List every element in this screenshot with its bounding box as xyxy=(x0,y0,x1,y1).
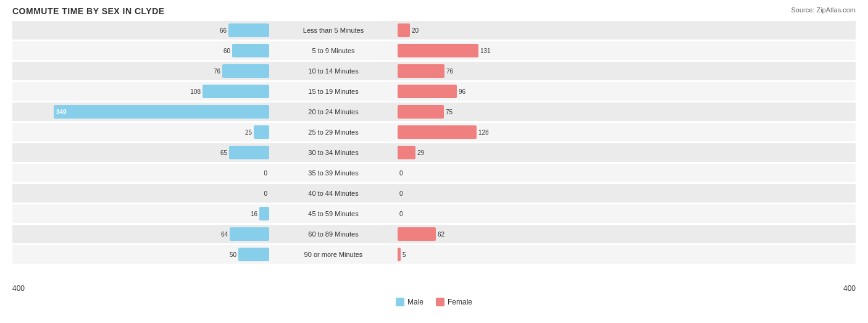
male-value: 0 xyxy=(264,190,267,197)
right-section: 29 xyxy=(395,146,654,159)
female-legend-box xyxy=(436,298,444,306)
female-bar: 29 xyxy=(398,146,415,159)
female-value: 5 xyxy=(403,251,406,258)
male-bar: 66 xyxy=(228,23,269,37)
female-value: 131 xyxy=(480,48,491,54)
right-section: 96 xyxy=(395,85,654,98)
left-section: 66 xyxy=(12,23,272,37)
right-section: 128 xyxy=(395,125,654,139)
female-bar: 62 xyxy=(398,227,436,241)
female-legend-label: Female xyxy=(448,298,472,306)
female-bar: 96 xyxy=(398,85,457,98)
right-section: 76 xyxy=(395,64,654,78)
male-bar: 64 xyxy=(230,227,269,241)
left-section: 0 xyxy=(12,187,272,200)
bar-label: 10 to 14 Minutes xyxy=(272,67,395,75)
bar-row: 60 5 to 9 Minutes 131 xyxy=(12,41,856,60)
male-bar: 60 xyxy=(232,44,269,57)
bar-label: 5 to 9 Minutes xyxy=(272,47,395,54)
left-section: 108 xyxy=(12,85,272,98)
right-section: 131 xyxy=(395,44,654,57)
male-bar: 76 xyxy=(222,64,269,78)
bar-label: 35 to 39 Minutes xyxy=(272,169,395,177)
left-section: 60 xyxy=(12,44,272,57)
bar-row: 16 45 to 59 Minutes 0 xyxy=(12,204,856,223)
male-bar: 65 xyxy=(229,146,269,159)
male-legend-box xyxy=(396,298,404,306)
female-bar: 20 xyxy=(398,23,410,37)
bar-row: 64 60 to 89 Minutes 62 xyxy=(12,225,856,243)
right-section: 75 xyxy=(395,105,654,119)
male-value: 349 xyxy=(56,109,67,115)
legend-area: Male Female xyxy=(12,298,856,306)
bar-row: 0 40 to 44 Minutes 0 xyxy=(12,184,856,203)
axis-left: 400 xyxy=(12,284,25,293)
female-value: 128 xyxy=(478,129,489,136)
left-section: 64 xyxy=(12,227,272,241)
right-section: 62 xyxy=(395,227,654,241)
male-value: 108 xyxy=(190,88,201,95)
left-section: 65 xyxy=(12,146,272,159)
male-value: 64 xyxy=(221,231,228,238)
female-bar: 5 xyxy=(398,248,401,261)
right-section: 0 xyxy=(395,187,654,200)
bar-label: 90 or more Minutes xyxy=(272,251,395,258)
bar-row: 65 30 to 34 Minutes 29 xyxy=(12,143,856,162)
male-bar: 25 xyxy=(254,125,269,139)
axis-area: 400 400 xyxy=(12,282,856,295)
male-bar: 50 xyxy=(238,248,269,261)
female-bar: 131 xyxy=(398,44,478,57)
male-bar: 349 xyxy=(54,105,269,119)
left-section: 0 xyxy=(12,166,272,180)
bar-label: 60 to 89 Minutes xyxy=(272,230,395,238)
chart-title: COMMUTE TIME BY SEX IN CLYDE xyxy=(12,6,856,16)
chart-container: COMMUTE TIME BY SEX IN CLYDE Source: Zip… xyxy=(0,0,868,323)
male-bar: 16 xyxy=(259,207,269,220)
male-value: 76 xyxy=(214,68,220,75)
bar-row: 0 35 to 39 Minutes 0 xyxy=(12,164,856,182)
male-value: 65 xyxy=(220,149,227,156)
axis-right: 400 xyxy=(843,284,856,293)
right-section: 5 xyxy=(395,248,654,261)
bar-label: 45 to 59 Minutes xyxy=(272,210,395,217)
right-section: 20 xyxy=(395,23,654,37)
female-bar: 76 xyxy=(398,64,444,78)
male-value: 60 xyxy=(223,48,230,54)
left-section: 25 xyxy=(12,125,272,139)
male-value: 16 xyxy=(251,211,257,217)
male-value: 25 xyxy=(245,129,252,136)
female-value: 0 xyxy=(399,170,403,177)
female-value: 75 xyxy=(446,109,453,115)
bar-row: 108 15 to 19 Minutes 96 xyxy=(12,82,856,101)
female-value: 20 xyxy=(412,27,419,34)
legend-female: Female xyxy=(436,298,472,306)
bar-label: Less than 5 Minutes xyxy=(272,27,395,34)
female-bar: 128 xyxy=(398,125,477,139)
bar-row: 349 20 to 24 Minutes 75 xyxy=(12,103,856,121)
bar-label: 30 to 34 Minutes xyxy=(272,149,395,156)
female-bar: 75 xyxy=(398,105,444,119)
right-section: 0 xyxy=(395,166,654,180)
bar-label: 20 to 24 Minutes xyxy=(272,108,395,115)
female-value: 62 xyxy=(438,231,444,238)
female-value: 0 xyxy=(399,211,403,217)
bar-label: 25 to 29 Minutes xyxy=(272,128,395,136)
bar-row: 50 90 or more Minutes 5 xyxy=(12,245,856,264)
bar-row: 25 25 to 29 Minutes 128 xyxy=(12,123,856,141)
female-value: 0 xyxy=(399,190,403,197)
right-section: 0 xyxy=(395,207,654,220)
left-section: 76 xyxy=(12,64,272,78)
male-bar: 108 xyxy=(202,85,269,98)
source-text: Source: ZipAtlas.com xyxy=(791,6,856,14)
left-section: 16 xyxy=(12,207,272,220)
male-value: 66 xyxy=(220,27,227,34)
male-value: 50 xyxy=(230,251,236,258)
bar-row: 66 Less than 5 Minutes 20 xyxy=(12,21,856,40)
legend-male: Male xyxy=(396,298,424,306)
female-value: 96 xyxy=(459,88,465,95)
left-section: 50 xyxy=(12,248,272,261)
bars-area: 66 Less than 5 Minutes 20 60 5 to 9 Minu… xyxy=(12,21,856,280)
left-section: 349 xyxy=(12,105,272,119)
bar-label: 40 to 44 Minutes xyxy=(272,190,395,197)
bar-label: 15 to 19 Minutes xyxy=(272,88,395,95)
